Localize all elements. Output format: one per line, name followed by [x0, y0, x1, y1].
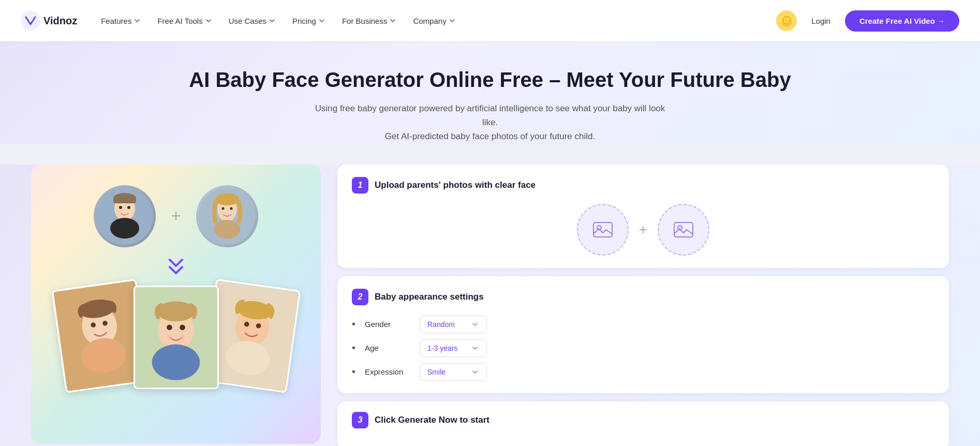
- svg-point-12: [230, 207, 233, 210]
- upload-parent2-button[interactable]: [658, 204, 709, 256]
- nav-features[interactable]: Features: [94, 12, 148, 29]
- select-chevron-icon: [471, 368, 479, 376]
- right-panel: 1 Upload parents' photos with clear face…: [337, 165, 949, 446]
- svg-point-4: [119, 206, 122, 209]
- hero-title: AI Baby Face Generator Online Free – Mee…: [31, 67, 949, 92]
- coin-badge[interactable]: 🪙: [776, 10, 797, 31]
- navbar: Vidnoz Features Free AI Tools Use Cases …: [0, 0, 980, 41]
- gender-setting-row: • Gender Random: [352, 316, 934, 333]
- chevron-down-icon: [449, 17, 456, 24]
- step-1-card: 1 Upload parents' photos with clear face…: [337, 165, 949, 268]
- step-1-badge: 1: [352, 177, 368, 194]
- nav-company[interactable]: Company: [406, 12, 463, 29]
- step-3-header: 3 Click Generate Now to start: [352, 412, 934, 428]
- image-upload-icon: [591, 218, 614, 241]
- parent-female-avatar: [196, 185, 258, 247]
- upload-parent1-button[interactable]: [577, 204, 629, 256]
- step-3-card: 3 Click Generate Now to start: [337, 402, 949, 446]
- chevron-down-icon: [269, 17, 276, 24]
- hero-section: AI Baby Face Generator Online Free – Mee…: [0, 41, 980, 144]
- svg-rect-34: [593, 222, 612, 237]
- nav-links: Features Free AI Tools Use Cases Pricing…: [94, 12, 760, 29]
- step-3-title: Click Generate Now to start: [375, 415, 489, 425]
- upload-row: +: [352, 204, 934, 256]
- step-2-header: 2 Baby appearance settings: [352, 289, 934, 305]
- expression-select[interactable]: Smile: [420, 363, 487, 381]
- svg-point-11: [222, 207, 225, 210]
- bullet-2: •: [352, 342, 355, 354]
- expression-label: Expression: [365, 367, 411, 376]
- nav-pricing[interactable]: Pricing: [285, 12, 333, 29]
- select-chevron-icon: [471, 344, 479, 352]
- chevron-down-icon: [318, 17, 325, 24]
- age-label: Age: [365, 344, 411, 352]
- step-2-card: 2 Baby appearance settings • Gender Rand…: [337, 276, 949, 393]
- bullet-1: •: [352, 318, 355, 330]
- upload-plus-sign: +: [639, 221, 647, 238]
- parents-plus-sign: +: [171, 206, 181, 226]
- gender-label: Gender: [365, 320, 411, 329]
- svg-point-25: [157, 301, 195, 321]
- svg-rect-7: [113, 197, 136, 203]
- svg-point-3: [110, 218, 139, 239]
- bullet-3: •: [352, 366, 355, 378]
- login-button[interactable]: Login: [805, 12, 837, 29]
- step-2-title: Baby appearance settings: [375, 292, 484, 302]
- svg-point-24: [180, 324, 185, 330]
- svg-point-27: [180, 335, 185, 340]
- svg-point-23: [167, 324, 172, 330]
- preview-card: +: [31, 165, 321, 444]
- nav-use-cases[interactable]: Use Cases: [221, 12, 283, 29]
- svg-point-10: [214, 220, 241, 239]
- age-setting-row: • Age 1-3 years: [352, 339, 934, 357]
- step-1-header: 1 Upload parents' photos with clear face: [352, 177, 934, 194]
- chevron-down-icon: [133, 17, 141, 24]
- step-2-badge: 2: [352, 289, 368, 305]
- nav-right: 🪙 Login Create Free AI Video →: [776, 10, 959, 32]
- expression-setting-row: • Expression Smile: [352, 363, 934, 381]
- brand-logo[interactable]: Vidnoz: [21, 11, 77, 31]
- create-free-video-button[interactable]: Create Free AI Video →: [845, 10, 959, 32]
- svg-point-26: [167, 335, 172, 340]
- parent-male-avatar: [94, 185, 156, 247]
- chevron-down-icon: [389, 17, 396, 24]
- age-select[interactable]: 1-3 years: [420, 339, 487, 357]
- svg-point-0: [21, 11, 40, 31]
- hero-subtitle: Using free baby generator powered by art…: [309, 101, 671, 144]
- step-1-title: Upload parents' photos with clear face: [375, 180, 536, 190]
- step-3-badge: 3: [352, 412, 368, 428]
- image-upload-icon: [672, 218, 695, 241]
- svg-point-22: [152, 344, 200, 380]
- baby-photos-row: [47, 286, 305, 389]
- brand-name: Vidnoz: [43, 15, 77, 27]
- double-chevron-icon: [166, 258, 186, 280]
- gender-select[interactable]: Random: [420, 316, 487, 333]
- baby-photo-2: [133, 286, 219, 389]
- svg-point-13: [215, 193, 239, 205]
- select-chevron-icon: [471, 320, 479, 329]
- svg-point-5: [127, 206, 130, 209]
- chevron-down-icon: [205, 17, 212, 24]
- nav-for-business[interactable]: For Business: [335, 12, 404, 29]
- main-content: +: [0, 165, 980, 446]
- parents-row: +: [94, 185, 259, 247]
- svg-rect-36: [674, 222, 693, 237]
- nav-free-ai-tools[interactable]: Free AI Tools: [150, 12, 219, 29]
